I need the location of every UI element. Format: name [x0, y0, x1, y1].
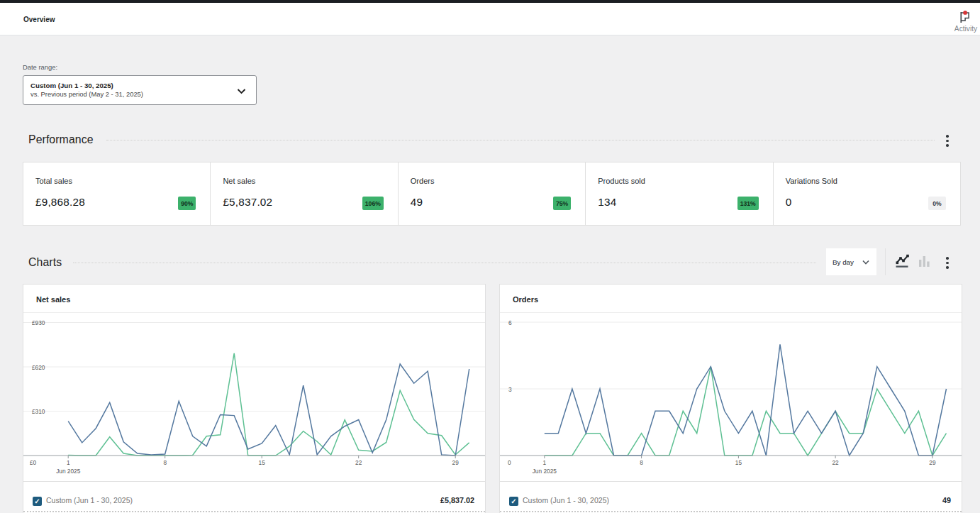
- svg-text:0: 0: [508, 459, 511, 466]
- svg-text:Jun 2025: Jun 2025: [56, 468, 81, 475]
- svg-text:Jun 2025: Jun 2025: [533, 468, 557, 475]
- svg-text:15: 15: [259, 459, 266, 466]
- svg-text:£0: £0: [30, 459, 37, 466]
- svg-text:15: 15: [735, 459, 742, 466]
- svg-text:£310: £310: [32, 408, 45, 415]
- svg-text:£930: £930: [32, 319, 45, 326]
- svg-text:1: 1: [67, 459, 70, 466]
- svg-text:8: 8: [640, 459, 643, 466]
- svg-text:3: 3: [508, 386, 512, 393]
- svg-text:22: 22: [832, 459, 839, 466]
- svg-text:29: 29: [452, 459, 460, 466]
- svg-text:22: 22: [355, 459, 362, 466]
- svg-text:6: 6: [508, 319, 512, 326]
- svg-text:1: 1: [542, 459, 546, 466]
- svg-text:29: 29: [929, 459, 936, 466]
- svg-text:8: 8: [163, 459, 167, 466]
- svg-text:£620: £620: [32, 364, 45, 371]
